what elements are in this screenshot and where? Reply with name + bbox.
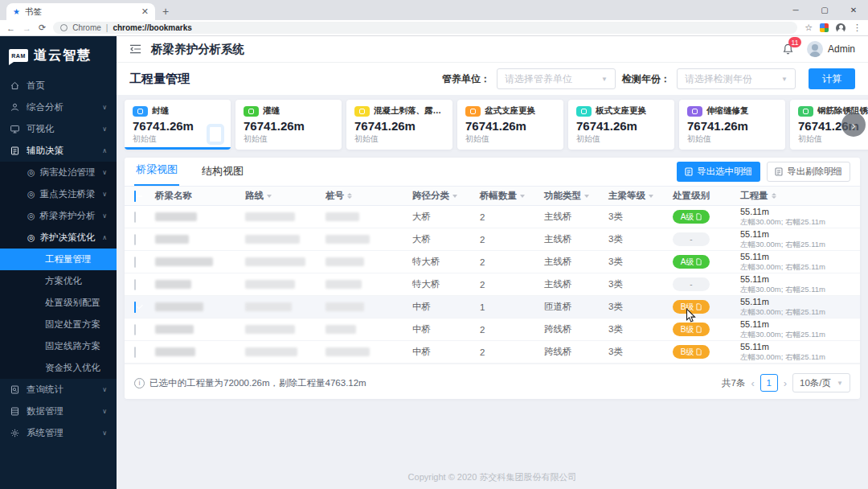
row-checkbox[interactable] bbox=[134, 347, 136, 358]
sidebar-item-sub[interactable]: ◎病害处治管理∨ bbox=[0, 162, 117, 183]
row-checkbox[interactable] bbox=[134, 279, 136, 290]
sidebar-item-sub[interactable]: 固定线路方案 bbox=[0, 335, 117, 357]
table-row[interactable]: 中桥1匝道桥3类B级55.11m左幅30.00m; 右幅25.11m bbox=[125, 296, 860, 318]
export-selected-button[interactable]: 导出选中明细 bbox=[677, 162, 760, 182]
tab-close-icon[interactable]: ✕ bbox=[141, 6, 149, 17]
level-badge[interactable]: B级 bbox=[673, 345, 710, 359]
browser-menu-icon[interactable]: ⋮ bbox=[853, 23, 862, 33]
row-checkbox[interactable] bbox=[134, 212, 136, 223]
sidebar-item-sub[interactable]: 固定处置方案 bbox=[0, 314, 117, 335]
extension-icon[interactable] bbox=[820, 23, 829, 32]
filter-icon[interactable] bbox=[584, 195, 589, 198]
table-row[interactable]: 大桥2主线桥3类A级55.11m左幅30.00m; 右幅25.11m bbox=[125, 206, 860, 228]
sort-icon[interactable] bbox=[772, 193, 776, 199]
route-redacted bbox=[245, 257, 305, 266]
table-row[interactable]: 中桥2跨线桥3类B级55.11m左幅30.00m; 右幅25.11m bbox=[125, 318, 860, 341]
sidebar-item-sub[interactable]: ◎桥梁养护分析∨ bbox=[0, 205, 117, 227]
table-row[interactable]: 特大桥2主线桥3类A级55.11m左幅30.00m; 右幅25.11m bbox=[125, 251, 860, 273]
select-all-checkbox[interactable] bbox=[134, 191, 136, 202]
column-header[interactable]: 跨径分类 bbox=[412, 190, 480, 202]
sidebar-item-data[interactable]: 数据管理∨ bbox=[0, 401, 117, 422]
window-minimize-button[interactable]: ─ bbox=[781, 0, 810, 20]
sidebar-item-sub[interactable]: 资金投入优化 bbox=[0, 357, 117, 379]
level-badge[interactable]: B级 bbox=[673, 323, 710, 336]
filter-icon[interactable] bbox=[452, 195, 457, 198]
route-redacted bbox=[245, 235, 300, 244]
profile-icon[interactable] bbox=[836, 23, 845, 33]
page-size-select[interactable]: 10条/页 ▼ bbox=[792, 373, 850, 392]
row-checkbox[interactable] bbox=[134, 302, 136, 313]
window-maximize-button[interactable]: ▢ bbox=[810, 0, 839, 20]
document-icon bbox=[696, 258, 702, 265]
sidebar-item-sub[interactable]: ◎养护决策优化∧ bbox=[0, 227, 117, 249]
pagination-page-1[interactable]: 1 bbox=[760, 374, 778, 392]
row-checkbox[interactable] bbox=[134, 257, 136, 268]
user-menu[interactable]: Admin bbox=[807, 41, 855, 57]
filter-icon[interactable] bbox=[267, 195, 272, 198]
quantity-cell: 55.11m左幅30.00m; 右幅25.11m bbox=[740, 252, 850, 272]
column-header[interactable]: 桩号 bbox=[326, 190, 412, 202]
row-checkbox[interactable] bbox=[134, 324, 136, 335]
system-icon bbox=[10, 428, 20, 438]
unit-filter-select[interactable]: 请选择管养单位 ▼ bbox=[497, 68, 616, 89]
column-header[interactable]: 工程量 bbox=[740, 190, 850, 202]
column-header[interactable]: 桥幅数量 bbox=[480, 190, 544, 202]
home-icon bbox=[10, 80, 20, 91]
sidebar-item-sub[interactable]: 方案优化 bbox=[0, 270, 117, 292]
column-header[interactable]: 路线 bbox=[245, 190, 326, 202]
sidebar-item-system[interactable]: 系统管理∨ bbox=[0, 422, 117, 444]
reload-button-icon[interactable]: ⟳ bbox=[39, 23, 46, 33]
notification-bell[interactable]: 11 bbox=[782, 43, 794, 55]
sort-icon[interactable] bbox=[347, 193, 352, 199]
sidebar-item-decision[interactable]: 辅助决策∧ bbox=[0, 140, 117, 162]
girder-grade-cell: 3类 bbox=[608, 301, 673, 313]
bookmark-star-icon[interactable]: ☆ bbox=[805, 23, 813, 33]
table-row[interactable]: 大桥2主线桥3类-55.11m左幅30.00m; 右幅25.11m bbox=[125, 228, 860, 251]
sidebar-item-analysis[interactable]: 综合分析∨ bbox=[0, 97, 117, 118]
tab-bridge-view[interactable]: 桥梁视图 bbox=[134, 162, 179, 186]
address-bar[interactable]: Chrome | chrome://bookmarks bbox=[53, 22, 797, 34]
level-badge[interactable]: B级 bbox=[673, 300, 710, 314]
sidebar-item-home[interactable]: 首页 bbox=[0, 75, 117, 97]
selection-summary: i 已选中的工程量为72000.26m，剔除工程量4763.12m bbox=[134, 377, 366, 389]
forward-button-icon[interactable]: → bbox=[23, 23, 31, 33]
new-tab-button[interactable]: + bbox=[155, 5, 176, 20]
carousel-next-button[interactable]: › bbox=[841, 113, 866, 137]
document-icon bbox=[696, 303, 702, 310]
export-removed-button[interactable]: 导出剔除明细 bbox=[767, 162, 850, 182]
analysis-icon bbox=[10, 102, 20, 113]
site-info-icon[interactable] bbox=[60, 24, 68, 31]
filter-icon[interactable] bbox=[649, 195, 653, 198]
level-badge[interactable]: A级 bbox=[673, 255, 710, 269]
row-checkbox[interactable] bbox=[134, 234, 136, 245]
year-filter-select[interactable]: 请选择检测年份 ▼ bbox=[677, 68, 796, 89]
chevron-down-icon: ▼ bbox=[837, 380, 843, 387]
pagination-prev-icon[interactable]: ‹ bbox=[751, 377, 754, 389]
document-icon bbox=[696, 348, 702, 355]
calculate-button[interactable]: 计算 bbox=[809, 68, 855, 89]
column-header[interactable]: 功能类型 bbox=[544, 190, 608, 202]
browser-tab[interactable]: ★ 书签 ✕ bbox=[6, 3, 155, 20]
summary-card[interactable]: 封缝76741.26m初始值 bbox=[125, 100, 231, 150]
tab-structure-view[interactable]: 结构视图 bbox=[200, 164, 245, 186]
sidebar-item-sub[interactable]: ◎重点关注桥梁∨ bbox=[0, 183, 117, 205]
back-button-icon[interactable]: ← bbox=[6, 23, 15, 33]
summary-card[interactable]: 混凝土剥落、露筋修复76741.26m初始值 bbox=[346, 100, 452, 150]
column-header: 桥梁名称 bbox=[155, 190, 245, 202]
pagination-next-icon[interactable]: › bbox=[784, 377, 787, 389]
summary-card[interactable]: 盆式支座更换76741.26m初始值 bbox=[457, 100, 563, 150]
window-close-button[interactable]: ✕ bbox=[839, 0, 868, 20]
level-badge[interactable]: A级 bbox=[673, 210, 710, 224]
sidebar-item-visualization[interactable]: 可视化∨ bbox=[0, 118, 117, 140]
column-header[interactable]: 主梁等级 bbox=[608, 190, 673, 202]
filter-icon[interactable] bbox=[520, 195, 525, 198]
sidebar-item-query[interactable]: 查询统计∨ bbox=[0, 379, 117, 401]
table-row[interactable]: 特大桥2主线桥3类-55.11m左幅30.00m; 右幅25.11m bbox=[125, 273, 860, 296]
summary-card[interactable]: 伸缩缝修复76741.26m初始值 bbox=[679, 100, 785, 150]
table-row[interactable]: 中桥2跨线桥3类B级55.11m左幅30.00m; 右幅25.11m bbox=[125, 341, 860, 364]
sidebar-item-sub[interactable]: 处置级别配置 bbox=[0, 292, 117, 314]
summary-card[interactable]: 灌缝76741.26m初始值 bbox=[235, 100, 342, 150]
sidebar-collapse-icon[interactable] bbox=[129, 43, 141, 55]
summary-card[interactable]: 板式支座更换76741.26m初始值 bbox=[568, 100, 674, 150]
sidebar-item-sub[interactable]: 工程量管理 bbox=[0, 249, 117, 270]
